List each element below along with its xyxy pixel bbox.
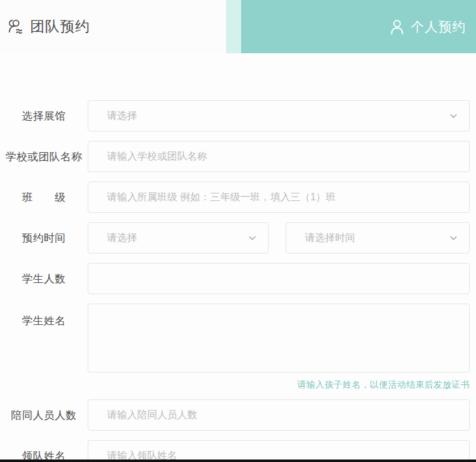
group-icon [6, 18, 25, 36]
tab-team-reservation[interactable]: 团队预约 [0, 0, 226, 53]
class-row: 班 级 [0, 182, 476, 213]
class-input[interactable] [88, 182, 470, 213]
reserve-date-select[interactable]: 请选择 [88, 222, 269, 254]
chevron-down-icon [248, 234, 257, 242]
reserve-hour-placeholder: 请选择时间 [305, 232, 355, 245]
reserve-time-label: 预约时间 [0, 231, 88, 245]
group-reservation-form: 选择展馆 请选择 学校或团队名称 班 级 预约时间 请选择 [0, 53, 476, 462]
chevron-down-icon [449, 111, 458, 120]
student-names-label: 学生姓名 [0, 304, 88, 328]
tab-personal-reservation[interactable]: 个人预约 [226, 0, 476, 53]
student-count-label: 学生人数 [0, 272, 88, 286]
team-name-row: 学校或团队名称 [0, 141, 476, 172]
tab-accent-stripe [226, 0, 241, 53]
reserve-hour-select[interactable]: 请选择时间 [286, 222, 470, 254]
reserve-time-row: 预约时间 请选择 请选择时间 [0, 222, 476, 254]
venue-select-placeholder: 请选择 [107, 110, 137, 123]
venue-label: 选择展馆 [0, 109, 88, 123]
companion-count-row: 陪同人员人数 [0, 399, 476, 431]
student-names-textarea[interactable] [88, 304, 470, 372]
companion-count-input[interactable] [88, 399, 470, 431]
team-tab-label: 团队预约 [30, 17, 90, 36]
team-name-input[interactable] [88, 141, 470, 172]
venue-row: 选择展馆 请选择 [0, 100, 476, 131]
bottom-edge-bar [0, 459, 476, 462]
leader-name-input[interactable] [88, 440, 470, 462]
person-icon [388, 18, 406, 36]
leader-name-row: 领队姓名 [0, 440, 476, 462]
team-name-label: 学校或团队名称 [0, 150, 88, 164]
venue-select[interactable]: 请选择 [88, 100, 470, 131]
student-count-input[interactable] [88, 263, 470, 294]
header-tabs: 团队预约 个人预约 [0, 0, 476, 53]
companion-count-label: 陪同人员人数 [0, 408, 88, 423]
student-names-hint: 请输入孩子姓名，以便活动结束后发放证书 [0, 379, 476, 391]
reserve-date-placeholder: 请选择 [107, 232, 137, 245]
class-label: 班 级 [0, 190, 88, 205]
personal-tab-label: 个人预约 [411, 18, 466, 36]
chevron-down-icon [449, 234, 458, 242]
student-names-row: 学生姓名 [0, 304, 476, 372]
student-count-row: 学生人数 [0, 263, 476, 294]
